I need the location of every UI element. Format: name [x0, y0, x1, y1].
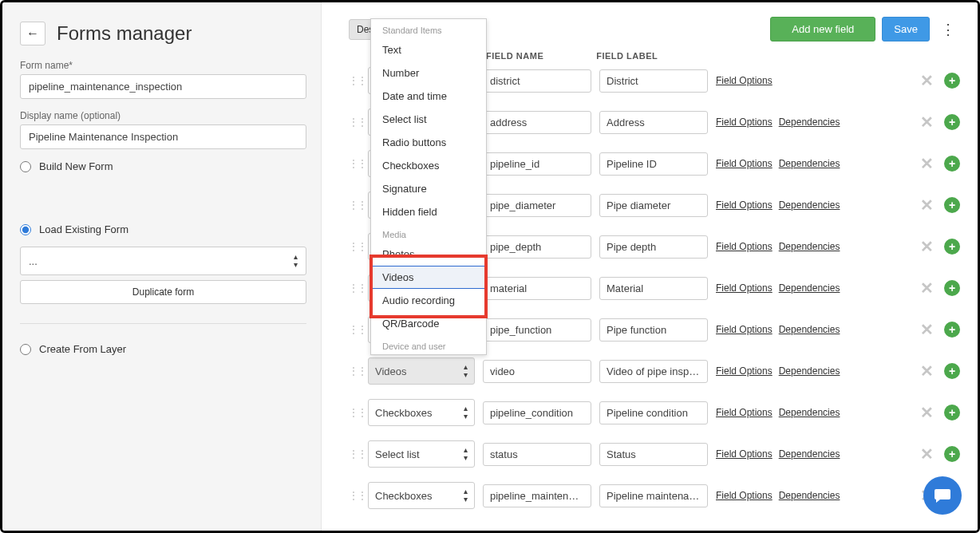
remove-field-icon[interactable]: ✕ [917, 237, 936, 256]
add-field-icon[interactable]: + [944, 322, 960, 338]
dd-item-date-and-time[interactable]: Date and time [371, 85, 486, 108]
field-options-link[interactable]: Field Options [716, 75, 773, 86]
dependencies-link[interactable]: Dependencies [779, 324, 840, 335]
field-name-input[interactable]: district [483, 69, 591, 93]
field-label-input[interactable]: Pipe depth [599, 235, 708, 259]
dd-item-number[interactable]: Number [371, 61, 486, 85]
radio-create-from-layer-input[interactable] [20, 344, 31, 355]
field-options-link[interactable]: Field Options [716, 448, 773, 460]
dependencies-link[interactable]: Dependencies [779, 365, 840, 377]
radio-build-new[interactable]: Build New Form [20, 160, 306, 172]
field-name-input[interactable]: video [483, 360, 591, 383]
dd-item-qr-barcode[interactable]: QR/Barcode [371, 312, 486, 335]
dd-item-audio-recording[interactable]: Audio recording [371, 289, 486, 312]
remove-field-icon[interactable]: ✕ [917, 444, 936, 464]
back-button[interactable]: ← [20, 22, 45, 45]
drag-handle-icon[interactable]: ⋮⋮ [349, 448, 360, 460]
dd-item-signature[interactable]: Signature [371, 177, 486, 200]
field-label-input[interactable]: Pipe diameter [599, 194, 708, 217]
field-options-link[interactable]: Field Options [716, 490, 773, 501]
drag-handle-icon[interactable]: ⋮⋮ [349, 490, 360, 501]
field-options-link[interactable]: Field Options [716, 158, 773, 169]
add-field-icon[interactable]: + [944, 239, 960, 255]
radio-build-new-input[interactable] [20, 161, 31, 172]
dependencies-link[interactable]: Dependencies [779, 448, 840, 460]
field-label-input[interactable]: District [599, 69, 708, 93]
display-name-input[interactable] [20, 124, 306, 149]
field-name-input[interactable]: pipeline_maintenance_a [483, 484, 591, 507]
drag-handle-icon[interactable]: ⋮⋮ [349, 407, 360, 418]
radio-create-from-layer[interactable]: Create From Layer [20, 343, 306, 355]
add-field-icon[interactable]: + [944, 73, 960, 89]
add-field-icon[interactable]: + [944, 114, 960, 130]
drag-handle-icon[interactable]: ⋮⋮ [349, 241, 360, 252]
add-field-icon[interactable]: + [944, 156, 960, 172]
dd-item-photos[interactable]: Photos [371, 243, 486, 266]
field-options-link[interactable]: Field Options [716, 241, 773, 252]
field-name-input[interactable]: pipeline_condition [483, 401, 591, 424]
drag-handle-icon[interactable]: ⋮⋮ [349, 116, 360, 128]
remove-field-icon[interactable]: ✕ [917, 403, 936, 422]
remove-field-icon[interactable]: ✕ [917, 154, 936, 173]
dependencies-link[interactable]: Dependencies [779, 158, 840, 169]
field-name-input[interactable]: pipeline_id [483, 152, 591, 176]
field-type-dropdown[interactable]: Standard Items TextNumberDate and timeSe… [370, 18, 487, 355]
dependencies-link[interactable]: Dependencies [779, 407, 840, 418]
remove-field-icon[interactable]: ✕ [917, 320, 936, 339]
dependencies-link[interactable]: Dependencies [779, 116, 840, 128]
field-name-input[interactable]: pipe_diameter [483, 194, 591, 217]
dd-item-text[interactable]: Text [371, 38, 486, 61]
dd-item-select-list[interactable]: Select list [371, 108, 486, 131]
field-label-input[interactable]: Material [599, 277, 708, 300]
field-name-input[interactable]: material [483, 277, 591, 300]
field-label-input[interactable]: Pipeline condition [599, 401, 708, 424]
field-label-input[interactable]: Address [599, 111, 708, 134]
field-type-select[interactable]: Checkboxes▴▾ [368, 399, 475, 426]
drag-handle-icon[interactable]: ⋮⋮ [349, 158, 360, 169]
add-field-icon[interactable]: + [944, 446, 960, 462]
radio-load-existing[interactable]: Load Existing Form [20, 223, 306, 235]
field-type-select[interactable]: Select list▴▾ [368, 440, 475, 468]
drag-handle-icon[interactable]: ⋮⋮ [349, 75, 360, 86]
save-button[interactable]: Save [882, 17, 930, 41]
form-name-input[interactable] [20, 74, 306, 99]
field-name-input[interactable]: status [483, 443, 591, 466]
remove-field-icon[interactable]: ✕ [917, 278, 936, 298]
duplicate-form-button[interactable]: Duplicate form [20, 280, 306, 304]
add-field-icon[interactable]: + [944, 280, 960, 296]
field-options-link[interactable]: Field Options [716, 116, 773, 128]
dd-item-hidden-field[interactable]: Hidden field [371, 200, 486, 223]
drag-handle-icon[interactable]: ⋮⋮ [349, 282, 360, 294]
dd-item-radio-buttons[interactable]: Radio buttons [371, 131, 486, 154]
field-name-input[interactable]: pipe_function [483, 318, 591, 342]
field-options-link[interactable]: Field Options [716, 407, 773, 418]
add-field-icon[interactable]: + [944, 405, 960, 420]
dependencies-link[interactable]: Dependencies [779, 490, 840, 501]
remove-field-icon[interactable]: ✕ [917, 361, 936, 381]
field-label-input[interactable]: Status [599, 443, 708, 466]
kebab-menu-icon[interactable]: ⋮ [936, 21, 960, 38]
field-type-select[interactable]: Videos▴▾ [368, 357, 475, 385]
field-options-link[interactable]: Field Options [716, 199, 773, 211]
remove-field-icon[interactable]: ✕ [917, 71, 936, 90]
remove-field-icon[interactable]: ✕ [917, 113, 936, 132]
dependencies-link[interactable]: Dependencies [779, 282, 840, 294]
field-options-link[interactable]: Field Options [716, 365, 773, 377]
load-existing-select[interactable]: ... ▴▾ [20, 247, 306, 275]
field-label-input[interactable]: Pipeline maintenance a [599, 484, 708, 507]
drag-handle-icon[interactable]: ⋮⋮ [349, 199, 360, 211]
field-name-input[interactable]: pipe_depth [483, 235, 591, 259]
remove-field-icon[interactable]: ✕ [917, 195, 936, 215]
field-label-input[interactable]: Pipe function [599, 318, 708, 342]
dependencies-link[interactable]: Dependencies [779, 241, 840, 252]
drag-handle-icon[interactable]: ⋮⋮ [349, 324, 360, 335]
field-label-input[interactable]: Video of pipe inspection [599, 360, 708, 383]
dd-item-checkboxes[interactable]: Checkboxes [371, 154, 486, 177]
radio-load-existing-input[interactable] [20, 224, 31, 235]
field-options-link[interactable]: Field Options [716, 324, 773, 335]
field-options-link[interactable]: Field Options [716, 282, 773, 294]
add-field-icon[interactable]: + [944, 197, 960, 213]
drag-handle-icon[interactable]: ⋮⋮ [349, 365, 360, 377]
dd-item-videos[interactable]: Videos [371, 266, 486, 289]
field-name-input[interactable]: address [483, 111, 591, 134]
